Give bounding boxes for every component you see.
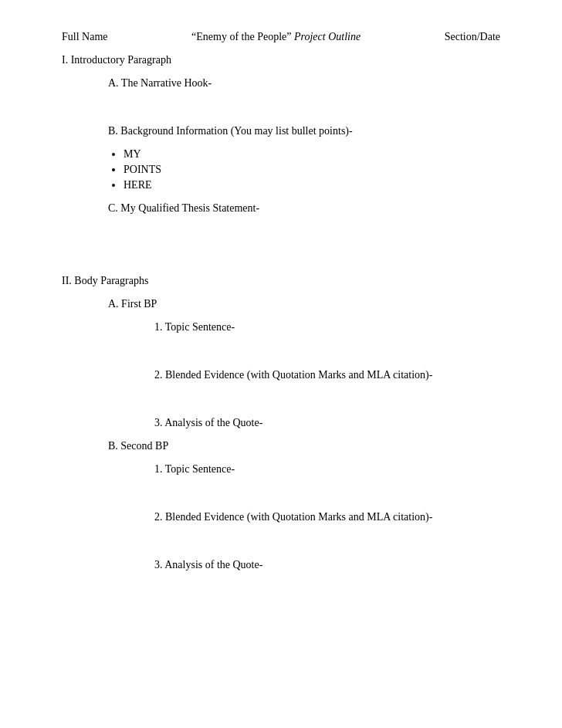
section-i-label: I. Introductory Paragraph [62, 54, 171, 66]
title-quoted: “Enemy of the People” [191, 31, 291, 42]
section-ii-item-a-3-label: 3. Analysis of the Quote- [154, 417, 262, 428]
list-item: HERE [124, 179, 500, 191]
section-ii-item-b-3: 3. Analysis of the Quote- [154, 559, 500, 571]
section-ii-item-b-2: 2. Blended Evidence (with Quotation Mark… [154, 511, 500, 523]
section-i: I. Introductory Paragraph [62, 54, 500, 66]
section-ii-item-b: B. Second BP [108, 440, 500, 452]
section-i-item-c: C. My Qualified Thesis Statement- [108, 202, 500, 215]
section-ii-label: II. Body Paragraphs [62, 275, 148, 286]
section-ii: II. Body Paragraphs [62, 275, 500, 287]
section-ii-item-a: A. First BP [108, 298, 500, 310]
title-italic: Project Outline [294, 31, 361, 42]
section-i-item-b: B. Background Information (You may list … [108, 125, 500, 137]
list-item: POINTS [124, 164, 500, 176]
section-i-item-c-label: C. My Qualified Thesis Statement- [108, 202, 259, 214]
section-ii-item-a-1: 1. Topic Sentence- [154, 321, 500, 334]
section-i-item-b-label: B. Background Information (You may list … [108, 125, 353, 137]
section-ii-item-a-2-label: 2. Blended Evidence (with Quotation Mark… [154, 369, 432, 381]
bullet-list: MY POINTS HERE [124, 148, 500, 191]
header: Full Name “Enemy of the People” Project … [62, 31, 500, 43]
section-ii-item-b-label: B. Second BP [108, 440, 168, 452]
section-i-item-a-label: A. The Narrative Hook- [108, 77, 212, 89]
title-area: “Enemy of the People” Project Outline [108, 31, 445, 43]
section-ii-item-b-2-label: 2. Blended Evidence (with Quotation Mark… [154, 511, 432, 523]
section-i-item-a: A. The Narrative Hook- [108, 77, 500, 90]
section-ii-item-a-2: 2. Blended Evidence (with Quotation Mark… [154, 369, 500, 381]
section-ii-item-b-1-label: 1. Topic Sentence- [154, 463, 235, 475]
section-ii-item-b-1: 1. Topic Sentence- [154, 463, 500, 476]
section-ii-item-a-1-label: 1. Topic Sentence- [154, 321, 235, 333]
list-item: MY [124, 148, 500, 161]
section-ii-item-b-3-label: 3. Analysis of the Quote- [154, 559, 262, 571]
full-name-label: Full Name [62, 31, 108, 43]
section-date-label: Section/Date [445, 31, 500, 43]
section-ii-item-a-label: A. First BP [108, 298, 157, 310]
section-ii-item-a-3: 3. Analysis of the Quote- [154, 417, 500, 429]
